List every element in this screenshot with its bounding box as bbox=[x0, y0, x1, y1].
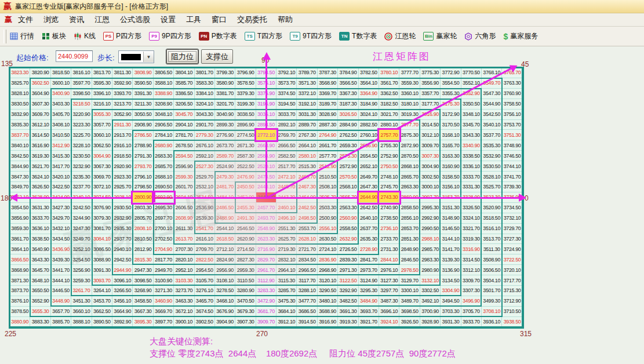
nine-t-square-icon: T9 bbox=[290, 32, 300, 41]
matrix-cell: 3232.90 bbox=[71, 161, 92, 172]
matrix-cell: 3499.30 bbox=[482, 296, 502, 307]
matrix-cell: 2824.90 bbox=[215, 254, 235, 265]
resistance-button[interactable]: 阻力位 bbox=[166, 49, 198, 64]
support-button[interactable]: 支撑位 bbox=[201, 49, 233, 64]
matrix-cell: 3204.10 bbox=[195, 99, 215, 110]
toolbar-grip[interactable] bbox=[3, 30, 6, 43]
toolbar-item-label: 赢家轮 bbox=[436, 31, 457, 41]
matrix-cell: 2577.70 bbox=[318, 151, 338, 161]
matrix-cell: 2976.10 bbox=[379, 265, 399, 275]
matrix-cell: 3165.70 bbox=[441, 140, 461, 151]
toolbar-item-gann-wheel[interactable]: 江恩轮 bbox=[384, 31, 416, 41]
matrix-cell: 3780.10 bbox=[379, 68, 399, 78]
matrix-cell: 2649.70 bbox=[359, 172, 379, 182]
matrix-cell: 3568.90 bbox=[318, 78, 338, 89]
toolbar-item-winner-wheel[interactable]: Bin赢家轮 bbox=[423, 31, 457, 41]
matrix-cell: 3868.90 bbox=[10, 265, 30, 275]
matrix-cell: 3316.90 bbox=[461, 244, 482, 254]
matrix-cell: 2952.10 bbox=[174, 265, 194, 275]
matrix-cell: 3729.70 bbox=[502, 224, 522, 234]
matrix-cell: 3734.50 bbox=[502, 203, 522, 213]
toolbar-item-label: T数字表 bbox=[352, 31, 377, 41]
matrix-cell: 3388.90 bbox=[154, 89, 174, 99]
matrix-cell: 3331.30 bbox=[461, 182, 482, 192]
toolbar-item-nine-p-square[interactable]: P99P四方形 bbox=[149, 31, 191, 41]
matrix-cell: 2827.30 bbox=[235, 254, 256, 265]
matrix-cell: 3739.30 bbox=[502, 182, 522, 192]
matrix-cell: 3849.70 bbox=[10, 182, 30, 192]
matrix-cell: 2661.70 bbox=[318, 140, 338, 151]
menu-item-2[interactable]: 资讯 bbox=[69, 14, 84, 25]
matrix-cell: 3804.10 bbox=[174, 68, 194, 78]
menu-item-3[interactable]: 江恩 bbox=[94, 14, 110, 25]
menu-item-6[interactable]: 工具 bbox=[186, 14, 201, 25]
toolbar-item-p-number-table[interactable]: PNP数字表 bbox=[199, 31, 237, 41]
matrix-cell: 2968.90 bbox=[318, 265, 338, 275]
toolbar-item-p-square[interactable]: PSP四方形 bbox=[103, 31, 141, 41]
matrix-cell: 3398.50 bbox=[71, 89, 92, 99]
matrix-cell: 3854.50 bbox=[10, 203, 30, 213]
matrix-cell: 2664.10 bbox=[297, 140, 317, 151]
matrix-cell: 3475.30 bbox=[276, 296, 297, 307]
matrix-cell: 3645.70 bbox=[30, 265, 50, 275]
matrix-cell: 2695.30 bbox=[154, 203, 174, 213]
matrix-cell: 2707.30 bbox=[174, 244, 194, 254]
toolbar-item-blocks[interactable]: 板块 bbox=[42, 31, 66, 41]
combo-dropdown-arrow-icon[interactable]: ▼ bbox=[143, 52, 154, 62]
matrix-cell: 3760.90 bbox=[502, 89, 522, 99]
matrix-cell: 3667.30 bbox=[133, 307, 153, 317]
matrix-cell: 2587.30 bbox=[235, 151, 256, 161]
matrix-cell: 2932.90 bbox=[112, 213, 133, 224]
matrix-cell: 2954.50 bbox=[195, 265, 215, 275]
matrix-cell: 3057.70 bbox=[92, 120, 112, 130]
matrix-cell: 3357.70 bbox=[420, 89, 441, 99]
matrix-cell: 3086.50 bbox=[92, 244, 112, 254]
menu-item-5[interactable]: 设置 bbox=[161, 14, 176, 25]
matrix-cell: 3806.50 bbox=[154, 68, 174, 78]
matrix-cell: 3072.10 bbox=[92, 182, 112, 192]
menu-item-0[interactable]: 文件 bbox=[18, 14, 33, 25]
matrix-cell: 2810.50 bbox=[133, 234, 153, 245]
toolbar-item-nine-t-square[interactable]: T99T四方形 bbox=[290, 31, 332, 41]
toolbar-item-candlestick[interactable]: K线 bbox=[74, 31, 96, 41]
matrix-cell: 3141.70 bbox=[441, 244, 461, 254]
matrix-cell: 3494.50 bbox=[441, 296, 461, 307]
menu-item-4[interactable]: 公式选股 bbox=[120, 14, 150, 25]
matrix-cell: 2791.30 bbox=[133, 151, 153, 161]
vertical-axis-line bbox=[265, 60, 267, 198]
menu-item-9[interactable]: 帮助 bbox=[278, 14, 293, 25]
matrix-cell: 3844.90 bbox=[10, 161, 30, 172]
matrix-cell: 3547.30 bbox=[482, 89, 502, 99]
matrix-cell: 2748.10 bbox=[379, 172, 399, 182]
step-combobox[interactable]: ▼ bbox=[118, 50, 154, 63]
matrix-cell: 3636.10 bbox=[30, 224, 50, 234]
matrix-cell: 2563.30 bbox=[338, 203, 358, 213]
matrix-cell: 3446.50 bbox=[51, 286, 71, 296]
menu-item-1[interactable]: 浏览 bbox=[43, 14, 59, 25]
matrix-cell: 3115.30 bbox=[276, 275, 297, 286]
menu-item-7[interactable]: 窗口 bbox=[212, 14, 227, 25]
matrix-cell: 3650.50 bbox=[30, 286, 50, 296]
start-price-input[interactable] bbox=[56, 50, 93, 62]
toolbar-item-hexagon[interactable]: 六角形 bbox=[464, 31, 496, 41]
matrix-cell: 3777.70 bbox=[399, 68, 420, 78]
matrix-cell: 2973.70 bbox=[359, 265, 379, 275]
matrix-cell: 3098.50 bbox=[133, 275, 153, 286]
p-number-table-icon: PN bbox=[199, 32, 209, 41]
toolbar-item-t-square[interactable]: TST四方形 bbox=[245, 31, 282, 41]
matrix-cell: 2887.30 bbox=[318, 120, 338, 130]
toolbar-item-t-number-table[interactable]: TNT数字表 bbox=[339, 31, 377, 41]
matrix-cell: 2769.70 bbox=[276, 130, 297, 140]
matrix-cell: 3580.90 bbox=[215, 78, 235, 89]
matrix-cell: 3350.50 bbox=[461, 99, 482, 110]
toolbar-item-quotes-grid[interactable]: 行情 bbox=[10, 31, 34, 41]
matrix-cell: 3434.50 bbox=[51, 234, 71, 245]
matrix-cell: 3871.30 bbox=[10, 275, 30, 286]
matrix-cell: 3470.50 bbox=[235, 296, 256, 307]
matrix-cell: 3888.10 bbox=[71, 317, 92, 327]
menu-item-8[interactable]: 交易委托 bbox=[237, 14, 267, 25]
matrix-cell: 3283.30 bbox=[256, 286, 276, 296]
matrix-cell: 2736.10 bbox=[379, 224, 399, 234]
matrix-cell: 3403.30 bbox=[51, 99, 71, 110]
toolbar-item-service-dollar[interactable]: $赢家服务 bbox=[503, 31, 538, 41]
